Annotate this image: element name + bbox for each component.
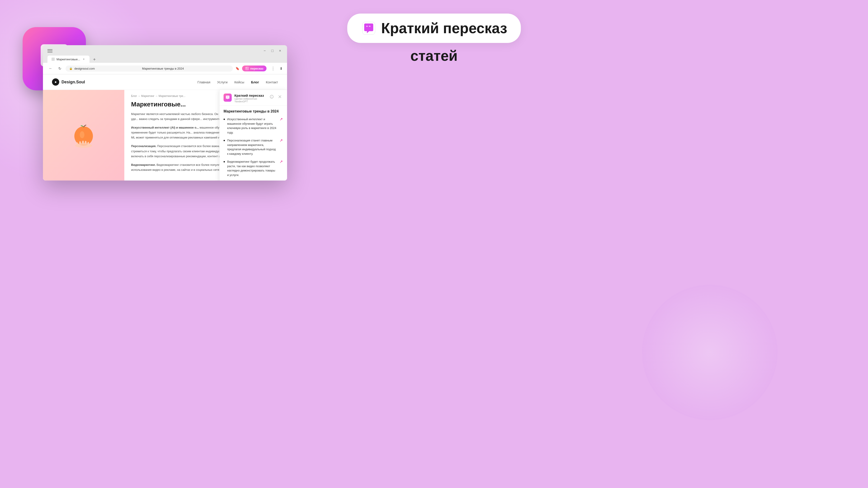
browser-addressbar: ← ↻ 🔒 designsoul.com Маркетинговые тренд… [43, 63, 287, 74]
reload-button[interactable]: ↻ [57, 65, 63, 72]
back-button[interactable]: ← [48, 65, 54, 72]
summary-header: " " Краткий пересказ сделан нейросетью Y… [219, 90, 287, 106]
top-badge: " " Краткий пересказ [347, 13, 521, 43]
minimize-button[interactable]: − [262, 48, 267, 53]
summary-panel-title: Краткий пересказ [235, 94, 266, 97]
titlebar-controls: − □ × [48, 48, 283, 53]
yandex-peresk-button[interactable]: " пересказ [242, 66, 267, 71]
point-link-2[interactable] [279, 139, 283, 142]
site-logo-text: Design.Soul [61, 80, 85, 85]
browser-tabs: Маркетинговые... × + [48, 56, 283, 63]
summary-title-area: Краткий пересказ сделан нейросетью Yande… [235, 94, 266, 103]
bullet-1 [223, 119, 225, 120]
svg-text:": " [227, 96, 228, 98]
svg-text:i: i [272, 96, 272, 98]
summary-info-button[interactable]: i [269, 94, 275, 100]
nav-links: Главная Услуги Кейсы Блог Контакт [94, 80, 278, 84]
active-tab[interactable]: Маркетинговые... × [48, 56, 90, 63]
tab-label: Маркетинговые... [57, 58, 80, 61]
nav-link-services[interactable]: Услуги [217, 80, 228, 84]
nav-link-home[interactable]: Главная [197, 80, 210, 84]
point-text-1: Искусственный интеллект и машинное обуче… [227, 117, 277, 135]
article-para-2-bold: Искусственный интеллект (AI) и машинное … [131, 126, 199, 129]
page-title-text: Маркетинговые тренды в 2024 [96, 67, 229, 70]
article-para-3-bold: Персонализация. [131, 144, 156, 148]
bg-circle-2 [642, 285, 778, 420]
point-text-2: Персонализация станет главным направлени… [227, 138, 277, 156]
summary-point-2: Персонализация станет главным направлени… [223, 138, 283, 156]
summary-content: Маркетинговые тренды в 2024 Искусственны… [219, 106, 287, 181]
window-controls: − □ × [262, 48, 283, 53]
svg-text:": " [228, 96, 228, 98]
svg-text:": " [246, 67, 247, 70]
summary-point-1: Искусственный интеллект и машинное обуче… [223, 117, 283, 135]
bullet-2 [223, 140, 225, 141]
maximize-button[interactable]: □ [270, 48, 275, 53]
bookmark-icon[interactable]: 🔖 [236, 67, 239, 70]
summary-point-3: Видеомаркетинг будет продолжать расти, т… [223, 160, 283, 177]
summary-actions: i [269, 94, 283, 100]
tab-close-button[interactable]: × [82, 57, 86, 61]
point-text-3: Видеомаркетинг будет продолжать расти, т… [227, 160, 277, 177]
svg-point-9 [80, 131, 85, 138]
summary-logo: " " [223, 94, 232, 102]
yandex-btn-label: пересказ [250, 67, 264, 70]
nav-link-contact[interactable]: Контакт [266, 80, 278, 84]
download-button[interactable]: ⬇ [280, 66, 283, 71]
more-options-button[interactable]: ⋮ [269, 65, 277, 72]
summary-close-button[interactable] [277, 94, 283, 100]
hamburger-menu-icon[interactable] [48, 49, 53, 53]
svg-text:": " [369, 25, 371, 30]
badge-title: Краткий пересказ [381, 20, 507, 37]
summary-panel: " " Краткий пересказ сделан нейросетью Y… [219, 90, 287, 181]
url-text: designsoul.com [74, 67, 95, 70]
site-logo: ● Design.Soul [52, 78, 85, 86]
point-link-3[interactable] [279, 160, 283, 164]
article-para-4-bold: Видеомаркетинг. [131, 163, 156, 166]
browser-titlebar: − □ × Маркетинговые... × + [43, 45, 287, 63]
article-image [43, 90, 124, 181]
summary-panel-subtitle: сделан нейросетью YandexGPT [235, 97, 266, 103]
close-button[interactable]: × [278, 48, 283, 53]
bullet-3 [223, 161, 225, 162]
tab-favicon [52, 58, 55, 61]
site-logo-icon: ● [52, 78, 59, 86]
badge-subtitle: статей [410, 47, 458, 64]
article-area: Блог → Маркетинг → Маркетинговые тре... … [43, 90, 287, 181]
nav-link-blog[interactable]: Блог [251, 80, 259, 84]
browser-window: − □ × Маркетинговые... × + ← ↻ 🔒 designs… [43, 45, 287, 181]
lock-icon: 🔒 [69, 67, 72, 70]
summary-article-title: Маркетинговые тренды в 2024 [223, 109, 283, 113]
article-illustration [70, 122, 97, 149]
website-content: ● Design.Soul Главная Услуги Кейсы Блог … [43, 74, 287, 181]
new-tab-button[interactable]: + [91, 56, 98, 63]
svg-text:": " [366, 25, 368, 30]
point-link-1[interactable] [279, 118, 283, 121]
summary-points: Искусственный интеллект и машинное обуче… [223, 117, 283, 177]
website-nav: ● Design.Soul Главная Услуги Кейсы Блог … [43, 74, 287, 90]
nav-link-cases[interactable]: Кейсы [235, 80, 244, 84]
address-bar[interactable]: 🔒 designsoul.com Маркетинговые тренды в … [66, 66, 233, 72]
quote-icon: " " [361, 20, 377, 36]
